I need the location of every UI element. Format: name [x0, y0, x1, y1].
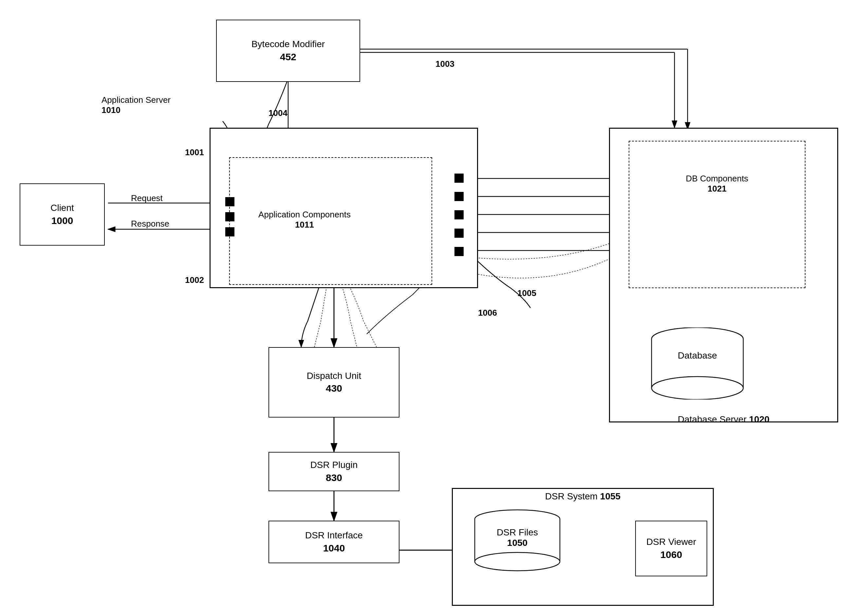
db-components-number: 1021 [708, 184, 727, 194]
client-box: Client 1000 [20, 183, 105, 246]
dsr-files-cylinder: DSR Files 1050 [471, 509, 563, 575]
dsr-interface-label: DSR Interface [305, 530, 363, 541]
dsr-viewer-box: DSR Viewer 1060 [635, 521, 707, 576]
database-label: Database [648, 350, 747, 361]
svg-point-34 [652, 377, 743, 400]
db-server-label: Database Server 1020 [612, 414, 835, 425]
svg-point-39 [475, 552, 560, 571]
interceptor-left-middle [225, 212, 234, 222]
ref-1003: 1003 [436, 59, 454, 69]
database-svg [648, 327, 747, 400]
ref-1006: 1006 [478, 308, 497, 318]
dsr-interface-number: 1040 [323, 542, 345, 554]
db-server-text: Database Server [678, 414, 749, 425]
interceptor-left-top [225, 197, 234, 206]
interceptor-left-bottom [225, 227, 234, 236]
interceptor-right-upper-mid [454, 192, 463, 201]
dsr-system-number: 1055 [600, 491, 620, 501]
db-components-label: DB Components 1021 [642, 174, 792, 194]
dsr-plugin-label: DSR Plugin [310, 459, 358, 471]
ref-1004: 1004 [268, 108, 287, 118]
dsr-viewer-label: DSR Viewer [646, 536, 696, 548]
dispatch-unit-number: 430 [326, 382, 342, 395]
database-cylinder: Database [648, 327, 747, 400]
ref-1002: 1002 [185, 275, 204, 285]
dispatch-unit-box: Dispatch Unit 430 [268, 347, 400, 417]
bytecode-modifier-box: Bytecode Modifier 452 [216, 20, 360, 82]
client-number: 1000 [51, 214, 73, 227]
dsr-plugin-number: 830 [326, 471, 342, 484]
bytecode-modifier-number: 452 [280, 50, 296, 63]
dsr-system-text: DSR System [545, 491, 600, 501]
interceptor-right-top [454, 174, 463, 183]
app-components-text: Application Components [258, 209, 351, 219]
app-components-label: Application Components 1011 [256, 209, 353, 230]
app-server-number: 1010 [101, 105, 121, 115]
response-label: Response [131, 219, 169, 229]
ref-1001: 1001 [185, 147, 204, 158]
db-server-number: 1020 [749, 414, 769, 425]
db-components-dashed-box [629, 141, 806, 288]
dsr-interface-box: DSR Interface 1040 [268, 521, 400, 563]
request-label: Request [131, 193, 163, 203]
app-server-label: Application Server [101, 95, 170, 105]
dispatch-unit-label: Dispatch Unit [307, 370, 361, 382]
interceptor-right-mid [454, 210, 463, 219]
diagram-container: Bytecode Modifier 452 Application Server… [0, 0, 868, 614]
app-components-number: 1011 [295, 220, 314, 229]
interceptor-right-lower-mid [454, 229, 463, 238]
client-label: Client [50, 202, 74, 214]
dsr-files-number: 1050 [507, 538, 527, 548]
dsr-plugin-box: DSR Plugin 830 [268, 452, 400, 491]
bytecode-modifier-label: Bytecode Modifier [251, 38, 325, 50]
dsr-system-label: DSR System 1055 [455, 491, 710, 502]
interceptor-right-bottom [454, 247, 463, 256]
dsr-files-label: DSR Files 1050 [471, 527, 563, 548]
dsr-viewer-number: 1060 [660, 548, 682, 561]
ref-1005: 1005 [517, 288, 536, 298]
app-server-annotation: Application Server 1010 [101, 95, 183, 115]
db-components-text: DB Components [686, 174, 749, 183]
